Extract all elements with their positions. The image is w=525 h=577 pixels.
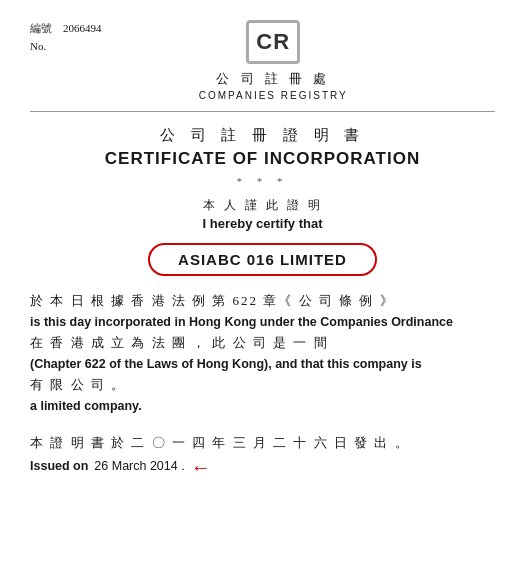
issued-section: 本 證 明 書 於 二 〇 一 四 年 三 月 二 十 六 日 發 出 。 Is…: [30, 432, 495, 477]
issued-english-line: Issued on 26 March 2014 . ←: [30, 456, 495, 477]
title-english: CERTIFICATE OF INCORPORATION: [30, 149, 495, 169]
decorative-stars: * * *: [30, 175, 495, 187]
file-number-value: 2066494: [63, 22, 102, 34]
body-line1-chinese: 於 本 日 根 據 香 港 法 例 第 622 章《 公 司 條 例 》: [30, 290, 495, 312]
company-name: ASIABC 016 LIMITED: [148, 243, 377, 276]
body-text-section: 於 本 日 根 據 香 港 法 例 第 622 章《 公 司 條 例 》 is …: [30, 290, 495, 416]
certify-english: I hereby certify that: [30, 216, 495, 231]
body-line2-english: (Chapter 622 of the Laws of Hong Kong), …: [30, 354, 495, 374]
issued-chinese: 本 證 明 書 於 二 〇 一 四 年 三 月 二 十 六 日 發 出 。: [30, 432, 495, 454]
body-line3-chinese: 有 限 公 司 。: [30, 374, 495, 396]
logo-center: CR 公 司 註 冊 處 COMPANIES REGISTRY: [132, 20, 416, 101]
title-section: 公 司 註 冊 證 明 書 CERTIFICATE OF INCORPORATI…: [30, 126, 495, 187]
header-section: 編號 2066494 No. CR 公 司 註 冊 處 COMPANIES RE…: [30, 20, 495, 101]
cr-logo: CR: [246, 20, 300, 64]
file-number-block: 編號 2066494 No.: [30, 20, 102, 55]
divider: [30, 111, 495, 112]
title-chinese: 公 司 註 冊 證 明 書: [30, 126, 495, 145]
certify-section: 本 人 謹 此 證 明 I hereby certify that: [30, 197, 495, 231]
registry-english-title: COMPANIES REGISTRY: [199, 90, 348, 101]
issued-label: Issued on: [30, 456, 88, 477]
registry-chinese-title: 公 司 註 冊 處: [216, 70, 330, 88]
company-name-box: ASIABC 016 LIMITED: [30, 243, 495, 276]
certify-chinese: 本 人 謹 此 證 明: [30, 197, 495, 214]
file-label: 編號: [30, 22, 52, 34]
body-line3-english: a limited company.: [30, 396, 495, 416]
no-label: No.: [30, 38, 102, 56]
arrow-icon: ←: [191, 457, 211, 477]
issued-date: 26 March 2014 .: [94, 456, 184, 477]
body-line2-chinese: 在 香 港 成 立 為 法 團 ， 此 公 司 是 一 間: [30, 332, 495, 354]
body-line1-english: is this day incorporated in Hong Kong un…: [30, 312, 495, 332]
